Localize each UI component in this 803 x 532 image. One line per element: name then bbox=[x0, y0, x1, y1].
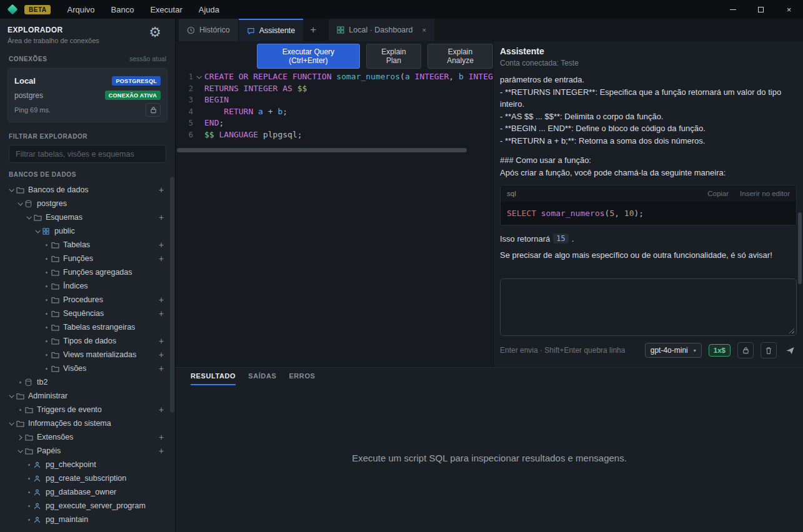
tree-item-tabelas[interactable]: Tabelas+ bbox=[0, 238, 175, 252]
results-tab-erros[interactable]: ERROS bbox=[289, 368, 315, 385]
tree-item-fun-es[interactable]: Funções+ bbox=[0, 252, 175, 265]
editor-h-scrollbar[interactable] bbox=[177, 148, 492, 152]
lock-icon bbox=[150, 106, 157, 114]
fold-chevron-icon[interactable] bbox=[193, 71, 204, 83]
tab-historico[interactable]: Histórico bbox=[179, 19, 238, 41]
scrollbar-thumb[interactable] bbox=[177, 148, 467, 152]
credit-badge[interactable]: 1x$ bbox=[709, 344, 731, 357]
filter-input[interactable] bbox=[9, 145, 166, 163]
tree-item-ndices[interactable]: Índices bbox=[0, 279, 175, 293]
add-button[interactable]: + bbox=[156, 295, 166, 305]
menu-ajuda[interactable]: Ajuda bbox=[199, 5, 219, 14]
copy-code-button[interactable]: Copiar bbox=[707, 190, 729, 197]
beta-badge: BETA bbox=[24, 5, 51, 14]
chevron-down-icon[interactable] bbox=[15, 449, 25, 453]
tree-item-pg-maintain[interactable]: pg_maintain bbox=[0, 513, 175, 526]
tree-item-pap-is[interactable]: Papéis+ bbox=[0, 444, 175, 458]
menu-arquivo[interactable]: Arquivo bbox=[67, 5, 94, 14]
user-icon bbox=[34, 503, 46, 510]
connection-card[interactable]: Local POSTGRESQL postgres CONEXÃO ATIVA … bbox=[7, 68, 167, 122]
menu-banco[interactable]: Banco bbox=[111, 5, 134, 14]
add-button[interactable]: + bbox=[156, 432, 166, 442]
assistant-scrollbar[interactable] bbox=[798, 212, 802, 284]
add-button[interactable]: + bbox=[156, 185, 166, 195]
chevron-down-icon[interactable] bbox=[6, 394, 16, 398]
insert-code-button[interactable]: Inserir no editor bbox=[740, 190, 790, 197]
sidebar-scrollbar[interactable] bbox=[170, 177, 174, 413]
explain-analyze-button[interactable]: Explain Analyze bbox=[427, 44, 493, 69]
run-query-button[interactable]: Executar Query (Ctrl+Enter) bbox=[257, 44, 360, 69]
add-button[interactable]: + bbox=[156, 350, 166, 360]
tree-item-vis-es[interactable]: Visões+ bbox=[0, 362, 175, 375]
chat-input-wrapper bbox=[500, 278, 797, 336]
tree-item-pg-execute-server-program[interactable]: pg_execute_server_program bbox=[0, 499, 175, 513]
tab-assistente[interactable]: Assistente bbox=[239, 19, 304, 41]
model-select[interactable]: gpt-4o-mini ▾ bbox=[645, 343, 702, 358]
add-button[interactable]: + bbox=[156, 240, 166, 250]
tree-item-esquemas[interactable]: Esquemas+ bbox=[0, 210, 175, 224]
folder-icon bbox=[51, 352, 63, 358]
explain-plan-button[interactable]: Explain Plan bbox=[366, 44, 421, 69]
model-select-value: gpt-4o-mini bbox=[651, 346, 688, 355]
tree-item-pg-create-subscription[interactable]: pg_create_subscription bbox=[0, 471, 175, 485]
result-suffix: . bbox=[572, 234, 574, 244]
tree-item-triggers-de-evento[interactable]: Triggers de evento+ bbox=[0, 403, 175, 416]
lock-connection-button[interactable] bbox=[146, 103, 161, 117]
chat-message-line: - **RETURN a + b;**: Retorna a soma dos … bbox=[500, 135, 797, 147]
sql-editor[interactable]: 1CREATE OR REPLACE FUNCTION somar_numero… bbox=[176, 67, 493, 367]
result-prefix: Isso retornará bbox=[500, 234, 550, 244]
tree-item-pg-database-owner[interactable]: pg_database_owner bbox=[0, 485, 175, 499]
chevron-down-icon[interactable] bbox=[6, 421, 16, 425]
tree-item-fun-es-agregadas[interactable]: Funções agregadas bbox=[0, 265, 175, 279]
chevron-right-icon[interactable] bbox=[15, 435, 25, 439]
tree-item-label: Procedures bbox=[63, 295, 156, 304]
add-button[interactable]: + bbox=[156, 212, 166, 222]
tree-item-tipos-de-dados[interactable]: Tipos de dados+ bbox=[0, 334, 175, 348]
delete-chat-button[interactable] bbox=[761, 342, 777, 358]
results-tab-resultado[interactable]: RESULTADO bbox=[191, 368, 236, 385]
chevron-down-icon[interactable] bbox=[6, 188, 16, 192]
gear-icon[interactable]: ⚙ bbox=[149, 26, 161, 39]
app-logo-icon bbox=[7, 4, 18, 15]
maximize-button[interactable] bbox=[747, 0, 775, 19]
tree-item-label: pg_execute_server_program bbox=[46, 501, 166, 510]
add-button[interactable]: + bbox=[156, 363, 166, 373]
lock-chat-button[interactable] bbox=[737, 342, 754, 358]
tree-item-tb2[interactable]: tb2 bbox=[0, 375, 175, 389]
tree-item-administrar[interactable]: Administrar bbox=[0, 389, 175, 403]
chevron-down-icon[interactable] bbox=[15, 202, 25, 205]
tree-item-public[interactable]: public bbox=[0, 224, 175, 238]
fold-gutter bbox=[193, 117, 204, 129]
tree-item-informa-es-do-sistema[interactable]: Informações do sistema bbox=[0, 416, 175, 430]
add-button[interactable]: + bbox=[156, 254, 166, 264]
chat-scroll-area: Assistente Conta conectada: Teste parâme… bbox=[500, 46, 797, 278]
add-button[interactable]: + bbox=[156, 336, 166, 346]
close-button[interactable]: × bbox=[775, 0, 803, 19]
code-text: END; bbox=[204, 117, 224, 129]
tree-item-sequ-ncias[interactable]: Sequências+ bbox=[0, 307, 175, 320]
add-button[interactable]: + bbox=[156, 405, 166, 415]
tree-item-pg-checkpoint[interactable]: pg_checkpoint bbox=[0, 458, 175, 471]
chevron-down-icon[interactable] bbox=[24, 215, 34, 219]
tree-item-label: Triggers de evento bbox=[37, 405, 156, 414]
menu-executar[interactable]: Executar bbox=[150, 5, 182, 14]
trash-icon bbox=[765, 347, 772, 355]
add-button[interactable]: + bbox=[156, 308, 166, 318]
add-button[interactable]: + bbox=[156, 446, 166, 456]
tree-item-label: tb2 bbox=[37, 378, 166, 387]
tree-item-tabelas-estrangeiras[interactable]: Tabelas estrangeiras bbox=[0, 320, 175, 334]
close-tab-icon[interactable]: × bbox=[422, 26, 426, 34]
tree-item-procedures[interactable]: Procedures+ bbox=[0, 293, 175, 307]
send-button[interactable] bbox=[784, 344, 797, 357]
tree-item-postgres[interactable]: postgres bbox=[0, 197, 175, 210]
tree-item-views-materializadas[interactable]: Views materializadas+ bbox=[0, 348, 175, 362]
tree-item-bancos-de-dados[interactable]: Bancos de dados+ bbox=[0, 183, 175, 197]
chevron-down-icon[interactable] bbox=[32, 229, 42, 233]
chat-input[interactable] bbox=[500, 278, 797, 336]
results-tab-sa-das[interactable]: SAÍDAS bbox=[248, 368, 276, 385]
chat-code-block: sql Copiar Inserir no editor SELECT soma… bbox=[500, 185, 797, 225]
tab-dashboard[interactable]: Local · Dashboard × bbox=[329, 19, 434, 41]
tree-item-extens-es[interactable]: Extensões+ bbox=[0, 430, 175, 444]
new-tab-button[interactable]: + bbox=[304, 19, 322, 41]
minimize-button[interactable] bbox=[719, 0, 747, 19]
